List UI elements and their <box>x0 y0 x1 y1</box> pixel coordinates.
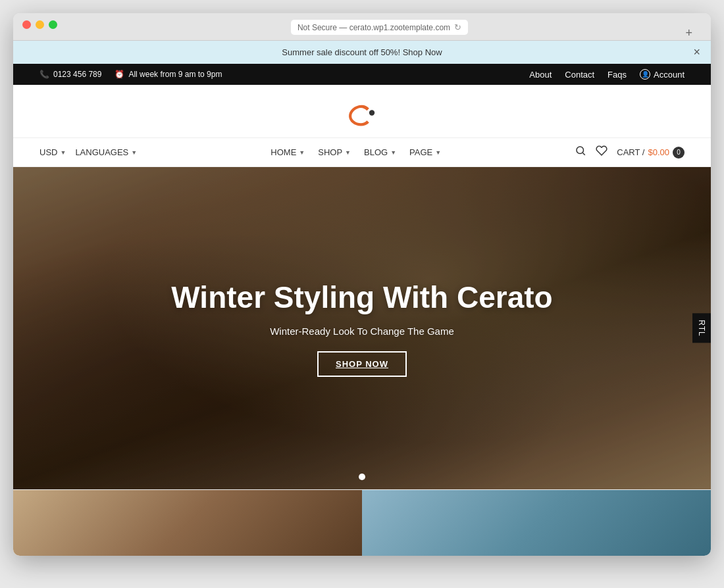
hours-text: All week from 9 am to 9pm <box>128 70 222 79</box>
nav-shop-label: SHOP <box>318 147 342 157</box>
notification-bar: Summer sale discount off 50%! Shop Now × <box>13 41 711 64</box>
cart-label: CART / <box>617 147 644 157</box>
search-button[interactable] <box>575 145 586 160</box>
phone-number: 0123 456 789 <box>53 70 101 79</box>
top-bar: 📞 0123 456 789 ⏰ All week from 9 am to 9… <box>13 64 711 85</box>
nav-blog-label: BLOG <box>364 147 388 157</box>
close-button[interactable] <box>22 20 31 29</box>
website-content: Summer sale discount off 50%! Shop Now ×… <box>13 41 711 556</box>
hero-subtitle: Winter-Ready Look To Change The Game <box>270 326 454 337</box>
nav-bar: USD ▼ LANGUAGES ▼ HOME ▼ SHOP ▼ B <box>13 137 711 167</box>
svg-line-2 <box>583 153 585 155</box>
nav-page-chevron: ▼ <box>435 149 441 156</box>
wishlist-button[interactable] <box>596 145 608 160</box>
rtl-button[interactable]: RTL <box>692 313 711 343</box>
top-bar-right: About Contact Faqs 👤 Account <box>529 69 685 80</box>
minimize-button[interactable] <box>36 20 44 29</box>
heart-icon <box>596 145 608 157</box>
header <box>13 85 711 137</box>
cart-price: $0.00 <box>648 147 669 157</box>
logo-svg <box>346 98 378 131</box>
account-icon: 👤 <box>640 69 650 80</box>
nav-blog[interactable]: BLOG ▼ <box>364 147 396 157</box>
address-bar[interactable]: Not Secure — cerato.wp1.zootemplate.com … <box>291 20 468 35</box>
svg-point-1 <box>577 147 584 154</box>
hero-section: Winter Styling With Cerato Winter-Ready … <box>13 167 711 489</box>
language-label: LANGUAGES <box>75 147 128 157</box>
nav-page-label: PAGE <box>409 147 432 157</box>
nav-shop-chevron: ▼ <box>345 149 351 156</box>
hours-info: ⏰ All week from 9 am to 9pm <box>115 70 222 79</box>
product-preview-right[interactable] <box>362 490 711 556</box>
address-bar-text: Not Secure — cerato.wp1.zootemplate.com <box>297 23 450 32</box>
currency-selector[interactable]: USD ▼ <box>39 147 66 157</box>
nav-left: USD ▼ LANGUAGES ▼ <box>39 147 137 157</box>
products-preview <box>13 489 711 556</box>
svg-point-0 <box>369 110 375 115</box>
hero-dot-1[interactable] <box>359 474 365 480</box>
cart-badge: 0 <box>673 147 685 159</box>
currency-label: USD <box>39 147 57 157</box>
clock-icon: ⏰ <box>115 70 124 79</box>
hero-title: Winter Styling With Cerato <box>171 280 552 316</box>
hero-content: Winter Styling With Cerato Winter-Ready … <box>13 167 711 489</box>
nav-home-label: HOME <box>271 147 296 157</box>
nav-center: HOME ▼ SHOP ▼ BLOG ▼ PAGE ▼ <box>271 147 441 157</box>
logo[interactable] <box>346 98 378 131</box>
faqs-link[interactable]: Faqs <box>608 70 627 80</box>
refresh-icon[interactable]: ↻ <box>454 22 461 32</box>
nav-home-chevron: ▼ <box>299 149 305 156</box>
account-label: Account <box>654 70 685 80</box>
nav-shop[interactable]: SHOP ▼ <box>318 147 351 157</box>
top-bar-left: 📞 0123 456 789 ⏰ All week from 9 am to 9… <box>39 70 222 79</box>
phone-info: 📞 0123 456 789 <box>39 70 101 79</box>
nav-right: CART / $0.00 0 <box>575 145 685 160</box>
hero-cta-button[interactable]: SHOP NOW <box>317 351 407 377</box>
browser-window: Not Secure — cerato.wp1.zootemplate.com … <box>13 13 711 556</box>
currency-chevron: ▼ <box>60 149 66 156</box>
nav-home[interactable]: HOME ▼ <box>271 147 305 157</box>
nav-page[interactable]: PAGE ▼ <box>409 147 441 157</box>
product-preview-left[interactable] <box>13 490 362 556</box>
phone-icon: 📞 <box>39 70 49 79</box>
hero-dots <box>359 474 365 480</box>
browser-chrome: Not Secure — cerato.wp1.zootemplate.com … <box>13 13 711 41</box>
cart-button[interactable]: CART / $0.00 0 <box>617 147 685 159</box>
contact-link[interactable]: Contact <box>565 70 594 80</box>
about-link[interactable]: About <box>529 70 552 80</box>
traffic-lights <box>22 20 57 29</box>
notification-text: Summer sale discount off 50%! Shop Now <box>282 47 442 57</box>
maximize-button[interactable] <box>49 20 57 29</box>
search-icon <box>575 145 586 157</box>
account-link[interactable]: 👤 Account <box>640 69 685 80</box>
new-tab-button[interactable]: + <box>685 26 692 40</box>
language-selector[interactable]: LANGUAGES ▼ <box>75 147 137 157</box>
language-chevron: ▼ <box>131 149 137 156</box>
nav-blog-chevron: ▼ <box>390 149 396 156</box>
close-notification-button[interactable]: × <box>693 45 700 59</box>
